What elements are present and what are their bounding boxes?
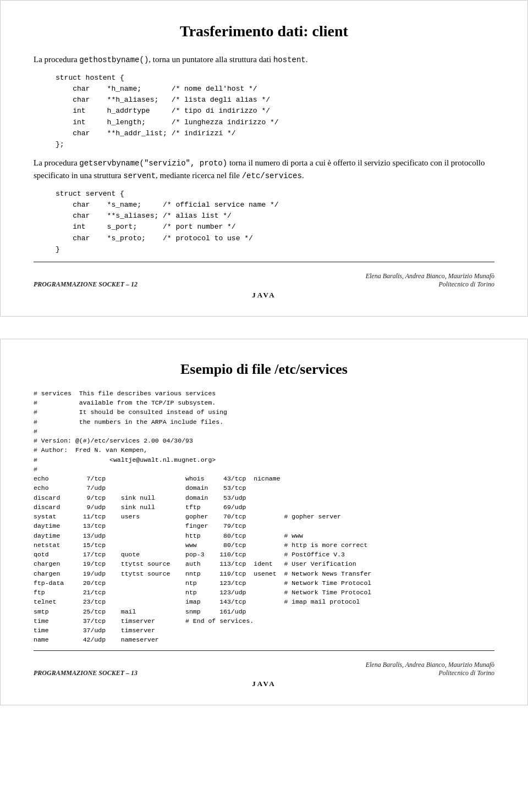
footer-left-2: PROGRAMMAZIONE SOCKET – 13 [34,669,138,677]
slide1-para2: La procedura getservbyname("servizio", p… [34,157,494,182]
para2-file: /etc/services [242,172,302,180]
footer-right-2: Elena Baralis, Andrea Bianco, Maurizio M… [366,661,494,677]
footer-left-1: PROGRAMMAZIONE SOCKET – 12 [34,280,138,289]
para2-dot: . [302,171,304,180]
services-code-block: # services This file describes various s… [34,389,494,645]
intro-end: . [306,55,308,64]
slide1-footer: PROGRAMMAZIONE SOCKET – 12 Elena Baralis… [34,272,494,289]
footer-right-1: Elena Baralis, Andrea Bianco, Maurizio M… [366,272,494,289]
slide-1: Trasferimento dati: client La procedura … [0,0,528,317]
footer-divider-1 [34,262,494,262]
intro-text-after: , torna un puntatore alla struttura dati [148,55,273,64]
footer-right-line2-2: Politecnico di Torino [366,669,494,677]
footer-divider-2 [34,650,494,651]
intro-text-before: La procedura [34,55,79,64]
footer-right-line1: Elena Baralis, Andrea Bianco, Maurizio M… [366,272,494,280]
para2-before: La procedura [34,158,79,167]
slide2-footer: PROGRAMMAZIONE SOCKET – 13 Elena Baralis… [34,661,494,677]
footer-right-line2: Politecnico di Torino [366,280,494,289]
intro-code-gethostbyname: gethostbyname() [79,56,148,64]
slide-2-title: Esempio di file /etc/services [34,361,494,378]
java-label-1: JAVA [34,291,494,300]
struct-servent-code: struct servent { char *s_name; /* offici… [56,189,494,255]
slide-2: Esempio di file /etc/services # services… [0,339,528,705]
para2-end: , mediante ricerca nel file [156,171,242,180]
footer-right-line1-2: Elena Baralis, Andrea Bianco, Maurizio M… [366,661,494,669]
java-label-2: JAVA [34,680,494,688]
slide1-intro-paragraph: La procedura gethostbyname(), torna un p… [34,53,494,66]
intro-hostent: hostent [273,56,306,64]
para2-servent: servent [123,172,156,180]
para2-getservbyname: getservbyname("servizio", proto) [79,159,227,168]
struct-hostent-code: struct hostent { char *h_name; /* nome d… [56,73,494,150]
slide-1-title: Trasferimento dati: client [34,23,494,40]
